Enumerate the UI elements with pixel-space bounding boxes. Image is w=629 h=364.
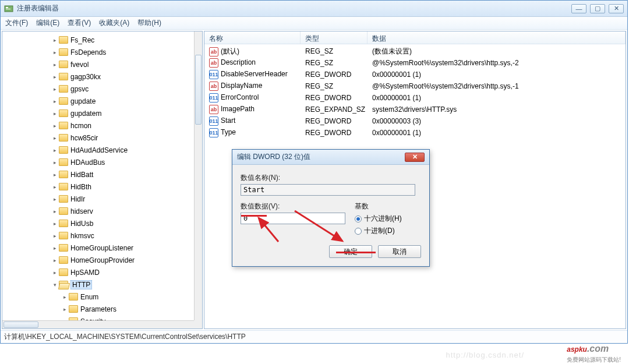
expand-icon[interactable]: ▸ (52, 233, 58, 239)
titlebar[interactable]: 注册表编辑器 — ▢ ✕ (1, 1, 627, 17)
menu-favorites[interactable]: 收藏夹(A) (99, 18, 129, 28)
value-type: REG_SZ (301, 59, 367, 67)
expand-icon[interactable]: ▸ (52, 196, 58, 202)
folder-icon (59, 244, 68, 252)
list-row[interactable]: 011DisableServerHeaderREG_DWORD0x0000000… (204, 69, 626, 80)
expand-icon[interactable]: ▸ (52, 62, 58, 68)
close-button[interactable]: ✕ (609, 4, 624, 13)
dialog-close-button[interactable]: ✕ (405, 153, 425, 162)
tree-item-label: Enum (80, 293, 98, 301)
value-type: REG_EXPAND_SZ (301, 105, 367, 114)
tree-item[interactable]: ▾HTTP (2, 278, 194, 291)
col-header-type[interactable]: 类型 (301, 31, 367, 44)
expand-icon[interactable]: ▸ (52, 172, 58, 178)
expand-icon[interactable]: ▸ (52, 160, 58, 165)
menu-file[interactable]: 文件(F) (5, 18, 28, 28)
list-body[interactable]: ab(默认)REG_SZ(数值未设置)abDescriptionREG_SZ@%… (204, 44, 626, 140)
dialog-title: 编辑 DWORD (32 位)值 (237, 152, 405, 162)
expand-icon[interactable]: ▸ (62, 294, 68, 300)
folder-icon (59, 207, 68, 215)
minimize-button[interactable]: — (571, 4, 586, 13)
tree-item[interactable]: ▸HidIr (2, 193, 194, 205)
expand-icon[interactable]: ▸ (52, 135, 58, 141)
faint-url: http://blog.csdn.net/ (446, 351, 524, 359)
tree-vscrollbar[interactable] (194, 31, 202, 320)
radio-dec-row[interactable]: 十进制(D) (355, 226, 402, 236)
tree-item[interactable]: ▸FsDepends (2, 46, 194, 58)
expand-icon[interactable]: ▸ (52, 245, 58, 251)
tree-item[interactable]: ▸HidBth (2, 181, 194, 193)
expand-icon[interactable]: ▸ (52, 257, 58, 263)
tree-item-label: gpsvc (70, 85, 89, 93)
expand-icon[interactable]: ▸ (52, 74, 58, 80)
list-row[interactable]: 011ErrorControlREG_DWORD0x00000001 (1) (204, 92, 626, 104)
radio-dec[interactable] (355, 228, 362, 235)
tree-item[interactable]: ▸HidUsb (2, 217, 194, 229)
col-header-data[interactable]: 数据 (367, 31, 626, 44)
expand-icon[interactable]: ▸ (62, 306, 68, 312)
expand-icon[interactable]: ▸ (52, 184, 58, 190)
list-row[interactable]: ab(默认)REG_SZ(数值未设置) (204, 45, 626, 57)
tree-item[interactable]: ▸fvevol (2, 58, 194, 70)
list-row[interactable]: abImagePathREG_EXPAND_SZsystem32\drivers… (204, 104, 626, 115)
folder-icon (59, 122, 68, 129)
collapse-icon[interactable]: ▾ (52, 282, 58, 288)
menu-edit[interactable]: 编辑(E) (36, 18, 59, 28)
col-header-name[interactable]: 名称 (204, 31, 301, 44)
tree-item[interactable]: ▸HomeGroupListener (2, 242, 194, 254)
expand-icon[interactable]: ▸ (52, 208, 58, 214)
menu-view[interactable]: 查看(V) (68, 18, 91, 28)
list-row[interactable]: 011StartREG_DWORD0x00000003 (3) (204, 115, 626, 127)
expand-icon[interactable]: ▸ (52, 123, 58, 129)
tree-item[interactable]: ▸hkmsvc (2, 229, 194, 242)
folder-icon (69, 293, 78, 301)
tree-scroll[interactable]: ▸Fs_Rec▸FsDepends▸fvevol▸gagp30kx▸gpsvc▸… (2, 31, 194, 320)
value-type: REG_SZ (301, 82, 367, 90)
tree-item[interactable]: ▸gpsvc (2, 83, 194, 95)
expand-icon[interactable]: ▸ (52, 221, 58, 227)
tree-item[interactable]: ▸HpSAMD (2, 266, 194, 278)
expand-icon[interactable]: ▸ (52, 111, 58, 116)
tree-item[interactable]: ▸HdAudAddService (2, 144, 194, 156)
tree-item[interactable]: ▸Enum (2, 291, 194, 303)
radio-hex[interactable] (355, 215, 362, 222)
radio-hex-row[interactable]: 十六进制(H) (355, 214, 402, 224)
tree-item[interactable]: ▸Parameters (2, 303, 194, 315)
tree-item[interactable]: ▸gupdate (2, 95, 194, 107)
cancel-button[interactable]: 取消 (378, 245, 421, 258)
tree-item[interactable]: ▸gagp30kx (2, 70, 194, 83)
list-row[interactable]: abDescriptionREG_SZ@%SystemRoot%\system3… (204, 57, 626, 69)
folder-icon (59, 36, 68, 44)
menu-help[interactable]: 帮助(H) (137, 18, 161, 28)
expand-icon[interactable]: ▸ (52, 270, 58, 275)
value-name: (默认) (221, 47, 239, 55)
dword-value-icon: 011 (209, 128, 218, 137)
expand-icon[interactable]: ▸ (52, 86, 58, 92)
tree-item[interactable]: ▸HomeGroupProvider (2, 254, 194, 266)
expand-icon[interactable]: ▸ (52, 147, 58, 153)
tree-item[interactable]: ▸hidserv (2, 205, 194, 217)
scrollbar-thumb[interactable] (195, 55, 202, 125)
tree-item[interactable]: ▸Security (2, 315, 194, 320)
tree-item[interactable]: ▸hcmon (2, 119, 194, 132)
tree-item[interactable]: ▸Fs_Rec (2, 34, 194, 46)
scrollbar-thumb[interactable] (3, 321, 38, 328)
folder-icon (59, 220, 68, 227)
list-row[interactable]: 011TypeREG_DWORD0x00000001 (1) (204, 127, 626, 139)
tree-item[interactable]: ▸gupdatem (2, 107, 194, 119)
value-data: @%SystemRoot%\system32\drivers\http.sys,… (367, 59, 626, 67)
list-row[interactable]: abDisplayNameREG_SZ@%SystemRoot%\system3… (204, 80, 626, 92)
expand-icon[interactable]: ▸ (52, 98, 58, 104)
dialog-titlebar[interactable]: 编辑 DWORD (32 位)值 ✕ (232, 150, 429, 165)
tree-item[interactable]: ▸hcw85cir (2, 132, 194, 144)
dword-value-icon: 011 (209, 116, 218, 126)
tree-item[interactable]: ▸HidBatt (2, 168, 194, 181)
expand-icon[interactable]: ▸ (52, 50, 58, 55)
watermark: aspku.com 免费网站源码下载站! (567, 337, 621, 364)
folder-icon (59, 183, 68, 190)
tree-item-label: HidIr (70, 195, 85, 203)
tree-item[interactable]: ▸HDAudBus (2, 156, 194, 168)
maximize-button[interactable]: ▢ (590, 4, 605, 13)
expand-icon[interactable]: ▸ (52, 37, 58, 43)
tree-hscrollbar[interactable] (2, 320, 194, 328)
